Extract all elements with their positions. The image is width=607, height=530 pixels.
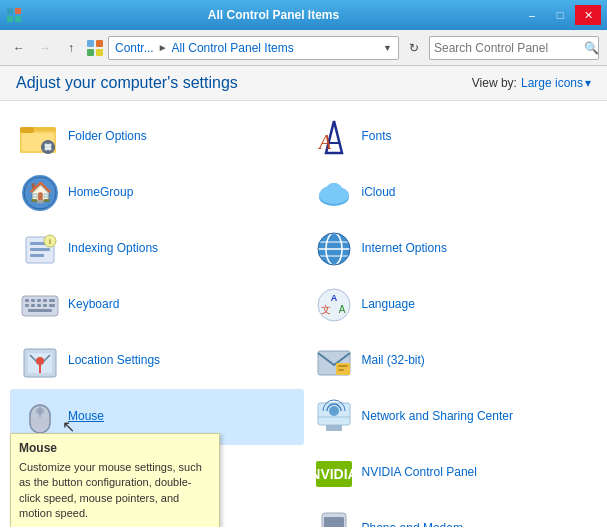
svg-text:A: A (330, 293, 337, 303)
tooltip: Mouse Customize your mouse settings, suc… (10, 433, 220, 527)
svg-rect-14 (47, 140, 50, 144)
list-item[interactable]: i Indexing Options (10, 221, 304, 277)
indexing-options-icon: i (20, 229, 60, 269)
title-bar: All Control Panel Items – □ ✕ (0, 0, 607, 30)
svg-point-69 (36, 408, 44, 414)
svg-rect-4 (87, 40, 94, 47)
svg-rect-47 (37, 299, 41, 302)
mail-icon (314, 341, 354, 381)
list-item[interactable]: Mail (32-bit) (304, 333, 598, 389)
svg-rect-6 (87, 49, 94, 56)
location-settings-icon (20, 341, 60, 381)
folder-options-icon (20, 117, 60, 157)
address-bar: ← → ↑ Contr... ► All Control Panel Items… (0, 30, 607, 66)
svg-rect-51 (31, 304, 35, 307)
search-icon[interactable]: 🔍 (584, 41, 599, 55)
forward-button[interactable]: → (34, 37, 56, 59)
list-item[interactable]: Folder Options (10, 109, 304, 165)
fonts-icon: A (314, 117, 354, 157)
svg-rect-50 (25, 304, 29, 307)
search-box[interactable]: 🔍 (429, 36, 599, 60)
network-icon (314, 397, 354, 437)
svg-rect-16 (41, 146, 45, 149)
icloud-icon (314, 173, 354, 213)
network-label: Network and Sharing Center (362, 409, 513, 425)
svg-text:i: i (49, 238, 51, 245)
content-area: Folder Options A Fonts 🏠 HomeGro (0, 101, 607, 527)
location-settings-label: Location Settings (68, 353, 160, 369)
keyboard-label: Keyboard (68, 297, 119, 313)
window-icon (6, 7, 22, 23)
svg-rect-3 (15, 16, 21, 22)
svg-rect-55 (28, 309, 52, 312)
svg-point-74 (329, 406, 339, 416)
folder-options-label: Folder Options (68, 129, 147, 145)
svg-point-31 (326, 183, 342, 199)
maximize-button[interactable]: □ (547, 5, 573, 25)
view-by-control: View by: Large icons ▾ (472, 76, 591, 90)
back-button[interactable]: ← (8, 37, 30, 59)
homegroup-label: HomeGroup (68, 185, 133, 201)
language-label: Language (362, 297, 415, 313)
svg-rect-15 (47, 150, 50, 154)
svg-rect-5 (96, 40, 103, 47)
svg-rect-52 (37, 304, 41, 307)
path-all-items[interactable]: All Control Panel Items (172, 41, 294, 55)
list-item[interactable]: 🏠 HomeGroup (10, 165, 304, 221)
phone-modem-icon (314, 509, 354, 527)
path-control[interactable]: Contr... (115, 41, 154, 55)
internet-options-icon (314, 229, 354, 269)
view-by-label: View by: (472, 76, 517, 90)
mouse-icon (20, 397, 60, 437)
list-item[interactable]: Keyboard (10, 277, 304, 333)
list-item[interactable]: iCloud (304, 165, 598, 221)
close-button[interactable]: ✕ (575, 5, 601, 25)
path-dropdown-button[interactable]: ▼ (383, 43, 392, 53)
indexing-options-label: Indexing Options (68, 241, 158, 257)
svg-rect-34 (30, 248, 50, 251)
svg-text:A: A (338, 304, 345, 315)
svg-text:A: A (317, 131, 332, 153)
icloud-label: iCloud (362, 185, 396, 201)
main-header: Adjust your computer's settings View by:… (0, 66, 607, 101)
items-grid: Folder Options A Fonts 🏠 HomeGro (0, 101, 607, 527)
window-controls: – □ ✕ (519, 5, 601, 25)
fonts-label: Fonts (362, 129, 392, 145)
view-by-value[interactable]: Large icons ▾ (521, 76, 591, 90)
minimize-button[interactable]: – (519, 5, 545, 25)
list-item[interactable]: A Fonts (304, 109, 598, 165)
internet-options-label: Internet Options (362, 241, 447, 257)
svg-rect-53 (43, 304, 47, 307)
svg-point-61 (36, 357, 44, 365)
nvidia-label: NVIDIA Control Panel (362, 465, 477, 481)
list-item[interactable]: Location Settings (10, 333, 304, 389)
mail-label: Mail (32-bit) (362, 353, 425, 369)
tooltip-description: Customize your mouse settings, such as t… (19, 460, 211, 522)
page-title: Adjust your computer's settings (16, 74, 238, 92)
svg-rect-35 (30, 254, 44, 257)
svg-text:文: 文 (321, 304, 331, 315)
list-item[interactable]: NVIDIA NVIDIA Control Panel (304, 445, 598, 501)
list-item[interactable]: Network and Sharing Center (304, 389, 598, 445)
search-input[interactable] (434, 41, 584, 55)
list-item[interactable]: Phone and Modem (304, 501, 598, 527)
svg-rect-45 (25, 299, 29, 302)
svg-rect-46 (31, 299, 35, 302)
svg-rect-2 (7, 16, 13, 22)
address-path[interactable]: Contr... ► All Control Panel Items ▼ (108, 36, 399, 60)
svg-text:NVIDIA: NVIDIA (314, 466, 354, 482)
svg-point-13 (44, 143, 52, 151)
window-title: All Control Panel Items (28, 8, 519, 22)
list-item[interactable]: Mouse ↖ Mouse Customize your mouse setti… (10, 389, 304, 445)
svg-rect-1 (15, 8, 21, 14)
svg-rect-49 (49, 299, 55, 302)
up-button[interactable]: ↑ (60, 37, 82, 59)
homegroup-icon: 🏠 (20, 173, 60, 213)
refresh-button[interactable]: ↻ (403, 37, 425, 59)
list-item[interactable]: A 文 A Language (304, 277, 598, 333)
list-item[interactable]: Internet Options (304, 221, 598, 277)
svg-rect-89 (324, 517, 344, 527)
svg-rect-48 (43, 299, 47, 302)
svg-rect-66 (338, 369, 344, 371)
svg-rect-7 (96, 49, 103, 56)
